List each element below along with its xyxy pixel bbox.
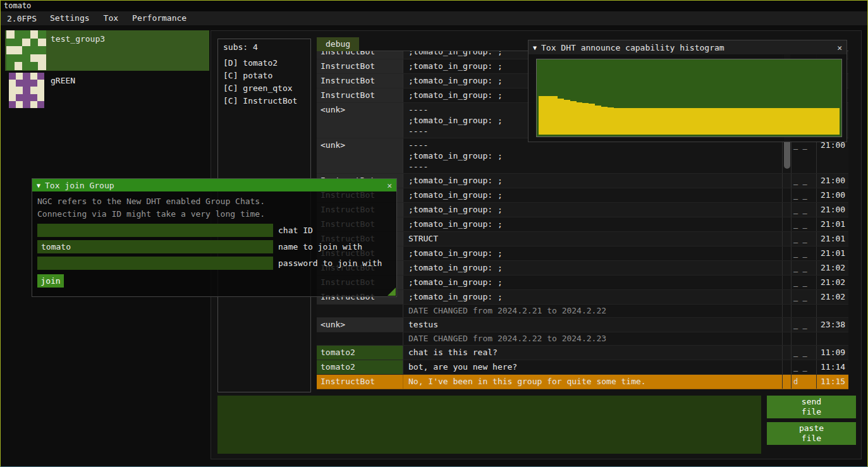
timestamp: 21:00 [817,174,848,188]
histogram-bar [601,107,608,135]
timestamp: 21:02 [817,290,848,304]
histogram-bar [639,108,645,135]
collapse-arrow-icon[interactable]: ▼ [533,44,537,51]
delivery-flags: _ _ [792,174,817,188]
menu-performance[interactable]: Performance [125,11,193,25]
message-text: ;tomato_in_group: ; [403,276,783,289]
delivery-flags [792,332,817,345]
scrollbar-gutter [783,276,792,289]
scrollbar-gutter [783,290,792,304]
timestamp: 23:38 [817,318,848,332]
fps-counter: 2.0FPS [6,14,43,23]
paste-file-button[interactable]: paste file [767,422,856,445]
menu-bar: 2.0FPS Settings Tox Performance [1,11,867,25]
histogram-bar [815,108,821,135]
scrollbar-gutter [783,261,792,275]
message-input[interactable] [217,396,761,454]
scrollbar-gutter [783,232,792,246]
sender-name: tomato2 [317,346,403,360]
delivery-flags [792,305,817,317]
histogram-bar [620,108,627,135]
send-file-button[interactable]: send file [767,396,856,418]
histogram-bar [652,108,658,135]
timestamp: 21:02 [817,276,848,289]
timestamp [817,305,848,317]
histogram-bar [551,96,558,135]
histogram-bar [589,104,595,135]
histogram-bar [727,108,733,135]
histogram-bar [695,108,702,135]
message-text: No, I've been in this group for quite so… [403,375,783,389]
menu-tox[interactable]: Tox [97,11,125,25]
histogram-bar [608,107,614,135]
resize-grip[interactable] [388,288,396,296]
chat-id-label: chat ID [278,226,313,235]
date-separator[interactable]: DATE CHANGED from 2024.2.21 to 2024.2.22 [317,305,848,318]
histogram-plot [536,59,842,137]
histogram-bar [752,108,758,135]
subs-member[interactable]: [C] green_qtox [223,82,305,95]
chat-row[interactable]: <unk>testus_ _23:38 [317,318,848,332]
group-avatar [9,73,44,108]
scrollbar-gutter [783,203,792,217]
dht-histogram-titlebar[interactable]: ▼ Tox DHT announce capability histogram … [529,40,847,54]
join-info-line: NGC refers to the New DHT enabled Group … [32,191,396,208]
group-name: test_group3 [51,34,105,44]
histogram-bar [633,108,639,135]
chat-row[interactable]: tomato2chat is this real?_ _11:09 [317,346,848,360]
histogram-bar [702,108,708,135]
group-avatar [6,30,46,70]
message-text: STRUCT [403,232,783,246]
collapse-arrow-icon[interactable]: ▼ [37,182,40,189]
message-text: ;tomato_in_group: ; [403,174,783,188]
histogram-bar [809,108,815,135]
join-name-input[interactable] [37,240,273,253]
join-password-input[interactable] [37,257,273,270]
delivery-flags: _ _ [792,360,817,374]
date-separator[interactable]: DATE CHANGED from 2024.2.22 to 2024.2.23 [317,332,848,346]
chat-row[interactable]: InstructBotNo, I've been in this group f… [317,375,848,389]
close-icon[interactable]: ✕ [837,43,842,52]
sender-name: InstructBot [317,375,403,389]
histogram-bar [758,108,764,135]
chat-row[interactable]: tomato2bot, are you new here?_ _11:14 [317,360,848,375]
sender-name: InstructBot [317,88,403,102]
menu-settings[interactable]: Settings [43,11,97,25]
delivery-flags: _ _ [792,203,817,217]
histogram-bar [733,108,740,135]
histogram-bar [570,101,577,135]
histogram-bar [745,108,752,135]
close-icon[interactable]: ✕ [387,181,392,190]
histogram-bar [821,108,827,135]
subs-count: subs: 4 [223,42,305,52]
delivery-flags: d [792,375,817,389]
subs-member[interactable]: [C] potato [223,70,305,82]
group-item-green[interactable]: gREEN [5,72,209,109]
sender-name: tomato2 [317,360,403,374]
tab-debug[interactable]: debug [317,37,359,51]
delivery-flags: _ _ [792,246,817,260]
sender-name: <unk> [317,138,403,173]
sender-name: InstructBot [317,51,403,59]
scrollbar-gutter [783,174,792,188]
delivery-flags: _ _ [792,138,817,173]
subs-member[interactable]: [D] tomato2 [223,57,305,70]
window-title: Tox join Group [45,181,382,190]
delivery-flags: _ _ [792,318,817,332]
timestamp: 21:00 [817,188,848,202]
histogram-bar [627,108,633,135]
histogram-bar [564,100,570,135]
message-text: ;tomato_in_group: ; [403,261,783,275]
timestamp: 21:01 [817,246,848,260]
join-button[interactable]: join [37,274,64,288]
window-title: tomato [4,1,31,10]
group-item-test-group3[interactable]: test_group3 [5,30,209,71]
sender-name [317,332,403,345]
join-group-titlebar[interactable]: ▼ Tox join Group ✕ [32,179,396,191]
scrollbar-gutter [783,188,792,202]
subs-member[interactable]: [C] InstructBot [223,95,305,107]
chat-id-input[interactable] [37,224,273,237]
message-text: ;tomato_in_group: ; [403,203,783,217]
chat-row[interactable]: <unk>---- ;tomato_in_group: ; ----_ _21:… [317,138,848,174]
timestamp: 21:00 [817,203,848,217]
